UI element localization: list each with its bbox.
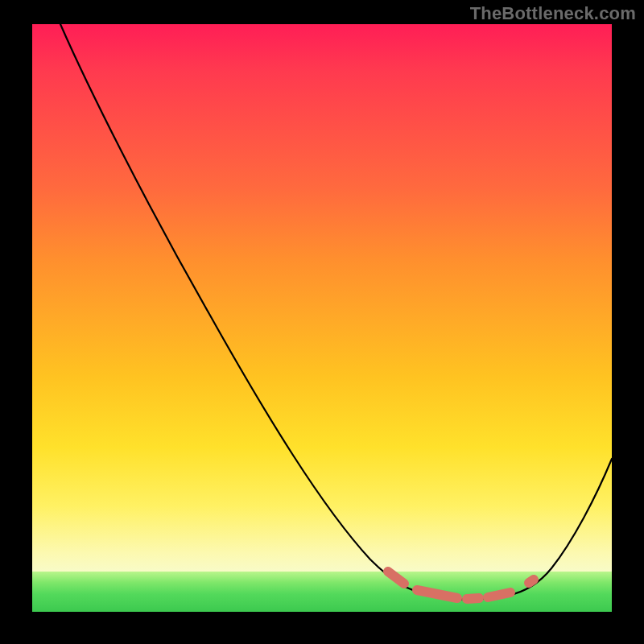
chart-frame: TheBottleneck.com [0,0,644,644]
bottleneck-curve-line [60,24,612,600]
optimal-range-marker [388,572,534,599]
bottleneck-curve-svg [32,24,612,612]
watermark-text: TheBottleneck.com [470,3,636,24]
